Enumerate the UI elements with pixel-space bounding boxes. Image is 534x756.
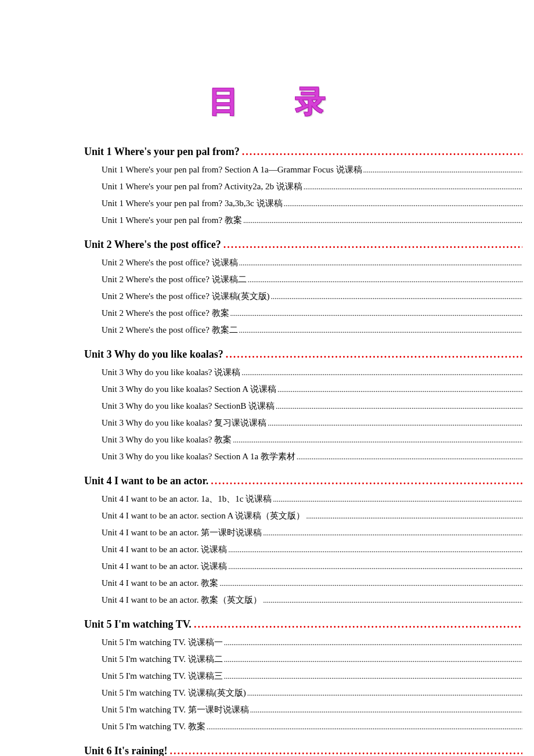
toc-entry-text: Unit 3 Why do you like koalas? Section A… [102,382,277,396]
toc-entry[interactable]: Unit 4 I want to be an actor. 教案 [102,575,522,592]
toc-entry[interactable]: Unit 1 Where's your pen pal from? 教案 [102,212,522,229]
toc-leader-dots [242,143,522,160]
toc-entry-text: Unit 2 Where's the post office? 教案二 [102,323,239,337]
toc-entry[interactable]: Unit 5 I'm watching TV. 说课稿三 [102,668,522,685]
toc-entry-text: Unit 4 I want to be an actor. 1a、1b、1c 说… [102,492,273,506]
toc-entry-text: Unit 4 I want to be an actor. section A … [102,509,306,523]
toc-entry-text: Unit 5 I'm watching TV. 说课稿三 [102,669,224,683]
toc-entry[interactable]: Unit 2 Where's the post office? 教案 [102,305,522,322]
toc-entry-text: Unit 4 I want to be an actor. 教案（英文版） [102,593,263,607]
toc-entry-text: Unit 5 I'm watching TV. 说课稿(英文版) [102,686,247,700]
toc-section: Unit 4 I want to be an actor. Unit 4 I w… [84,472,522,609]
toc-entry[interactable]: Unit 1 Where's your pen pal from? 3a,3b,… [102,195,522,212]
toc-entry[interactable]: Unit 5 I'm watching TV. 第一课时说课稿 [102,701,522,718]
toc-section: Unit 3 Why do you like koalas? Unit 3 Wh… [84,345,522,465]
toc-leader-dots [363,163,522,177]
toc-heading[interactable]: Unit 3 Why do you like koalas? [84,345,522,363]
toc-section: Unit 2 Where's the post office? Unit 2 W… [84,236,522,339]
toc-leader-dots [263,593,522,607]
toc-leader-dots [230,307,522,321]
toc-entry-text: Unit 5 I'm watching TV. 第一课时说课稿 [102,703,250,717]
toc-leader-dots [271,290,522,304]
toc-leader-dots [239,323,522,337]
toc-entry-text: Unit 4 I want to be an actor. 说课稿 [102,542,228,556]
toc-leader-dots [250,703,522,717]
toc-heading-text: Unit 2 Where's the post office? [84,236,223,253]
toc-entry[interactable]: Unit 3 Why do you like koalas? 说课稿 [102,364,522,381]
toc-entry-text: Unit 5 I'm watching TV. 说课稿一 [102,635,224,649]
toc-entry-text: Unit 3 Why do you like koalas? Section A… [102,449,297,463]
toc-entry[interactable]: Unit 3 Why do you like koalas? 复习课说课稿 [102,415,522,431]
toc-heading-text: Unit 1 Where's your pen pal from? [84,143,242,160]
toc-leader-dots [243,214,522,228]
toc-entry[interactable]: Unit 4 I want to be an actor. 第一课时说课稿 [102,524,522,541]
toc-leader-dots [223,236,522,253]
toc-leader-dots [247,686,522,700]
toc-entry[interactable]: Unit 1 Where's your pen pal from? Activi… [102,178,522,195]
toc-leader-dots [277,383,522,397]
toc-section: Unit 1 Where's your pen pal from? Unit 1… [84,143,522,229]
toc-entry[interactable]: Unit 3 Why do you like koalas? 教案 [102,431,522,448]
document-title: 目 录 [0,81,534,122]
toc-heading[interactable]: Unit 2 Where's the post office? [84,236,522,253]
toc-leader-dots [241,366,522,380]
toc-entry[interactable]: Unit 3 Why do you like koalas? SectionB … [102,398,522,415]
toc-entry-text: Unit 2 Where's the post office? 说课稿(英文版) [102,289,271,303]
toc-entry[interactable]: Unit 2 Where's the post office? 说课稿(英文版) [102,288,522,305]
toc-entry-text: Unit 2 Where's the post office? 说课稿二 [102,272,248,286]
toc-entry[interactable]: Unit 2 Where's the post office? 教案二 [102,322,522,339]
toc-entry-text: Unit 2 Where's the post office? 教案 [102,306,230,320]
toc-entry-text: Unit 5 I'm watching TV. 说课稿二 [102,652,224,666]
toc-entry-text: Unit 1 Where's your pen pal from? Activi… [102,179,304,193]
toc-entry[interactable]: Unit 4 I want to be an actor. 说课稿 [102,558,522,575]
toc-entry-text: Unit 3 Why do you like koalas? 教案 [102,433,233,447]
toc-entry-text: Unit 4 I want to be an actor. 教案 [102,576,219,590]
toc-leader-dots [207,720,522,734]
toc-entry[interactable]: Unit 1 Where's your pen pal from? Sectio… [102,161,522,178]
toc-entry[interactable]: Unit 5 I'm watching TV. 说课稿二 [102,651,522,668]
toc-entry[interactable]: Unit 2 Where's the post office? 说课稿二 [102,271,522,288]
toc-leader-dots [239,256,522,270]
toc-leader-dots [219,577,522,591]
toc-entry[interactable]: Unit 5 I'm watching TV. 教案 [102,718,522,735]
toc-entry[interactable]: Unit 3 Why do you like koalas? Section A… [102,381,522,398]
toc-heading-text: Unit 4 I want to be an actor. [84,472,211,489]
toc-entry[interactable]: Unit 4 I want to be an actor. 1a、1b、1c 说… [102,491,522,507]
toc-entry[interactable]: Unit 5 I'm watching TV. 说课稿一 [102,634,522,651]
toc-leader-dots [273,492,522,506]
toc-leader-dots [276,399,522,413]
toc-entry-text: Unit 1 Where's your pen pal from? 3a,3b,… [102,196,284,210]
toc-entry-text: Unit 3 Why do you like koalas? SectionB … [102,399,276,413]
toc-section: Unit 5 I'm watching TV. Unit 5 I'm watch… [84,615,522,735]
toc-entry-text: Unit 1 Where's your pen pal from? Sectio… [102,163,363,177]
toc-heading-text: Unit 3 Why do you like koalas? [84,345,226,363]
toc-heading[interactable]: Unit 1 Where's your pen pal from? [84,143,522,160]
toc-heading[interactable]: Unit 6 It's raining! [84,742,522,756]
table-of-contents: Unit 1 Where's your pen pal from? Unit 1… [0,143,534,756]
toc-leader-dots [226,345,522,363]
toc-entry[interactable]: Unit 5 I'm watching TV. 说课稿(英文版) [102,685,522,701]
toc-leader-dots [306,509,522,523]
toc-leader-dots [211,472,522,489]
toc-entry[interactable]: Unit 4 I want to be an actor. 说课稿 [102,541,522,558]
toc-heading-text: Unit 6 It's raining! [84,742,170,756]
toc-leader-dots [268,416,522,430]
toc-leader-dots [228,543,522,557]
toc-entry[interactable]: Unit 4 I want to be an actor. section A … [102,507,522,524]
toc-leader-dots [284,197,522,211]
toc-leader-dots [224,653,522,667]
toc-entry-text: Unit 4 I want to be an actor. 第一课时说课稿 [102,525,263,539]
toc-entry[interactable]: Unit 4 I want to be an actor. 教案（英文版） [102,592,522,609]
toc-entry-text: Unit 3 Why do you like koalas? 复习课说课稿 [102,416,268,430]
toc-entry[interactable]: Unit 2 Where's the post office? 说课稿 [102,254,522,271]
toc-entry-text: Unit 5 I'm watching TV. 教案 [102,719,207,733]
toc-heading[interactable]: Unit 5 I'm watching TV. [84,615,522,633]
toc-section: Unit 6 It's raining! [84,742,522,756]
toc-heading[interactable]: Unit 4 I want to be an actor. [84,472,522,489]
toc-leader-dots [170,742,522,756]
toc-entry-text: Unit 3 Why do you like koalas? 说课稿 [102,365,241,379]
toc-leader-dots [224,669,522,683]
toc-entry[interactable]: Unit 3 Why do you like koalas? Section A… [102,448,522,465]
toc-entry-text: Unit 2 Where's the post office? 说课稿 [102,255,239,269]
toc-entry-text: Unit 1 Where's your pen pal from? 教案 [102,213,243,227]
